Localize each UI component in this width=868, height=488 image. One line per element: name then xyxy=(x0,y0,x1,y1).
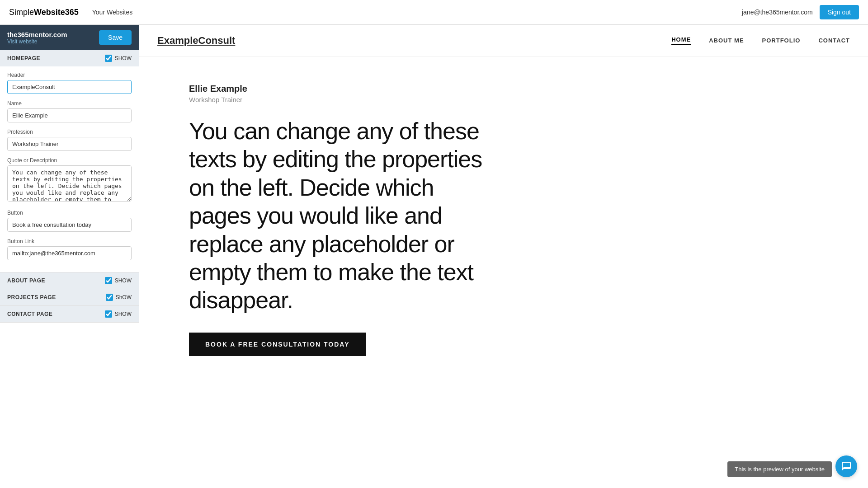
name-field-group: Name xyxy=(7,100,132,122)
preview-pane: ExampleConsult HOME ABOUT ME PORTFOLIO C… xyxy=(139,25,868,488)
projects-page-show-toggle: ShOW xyxy=(106,294,132,301)
contact-page-section-header: CONTACT PAGE SHOW xyxy=(0,306,139,322)
nav-link-about-me[interactable]: ABOUT ME xyxy=(709,37,744,44)
profession-field-group: Profession xyxy=(7,129,132,151)
profession-label: Profession xyxy=(7,129,132,135)
about-page-section: ABOUT PAGE SHOW xyxy=(0,272,139,289)
top-bar: SimpleWebsite365 Your Websites jane@the3… xyxy=(0,0,868,25)
nav-link-home[interactable]: HOME xyxy=(671,36,691,45)
button-link-field-group: Button Link xyxy=(7,238,132,260)
preview-person-name: Ellie Example xyxy=(189,84,501,94)
header-field-group: Header xyxy=(7,72,132,94)
logo-simple: Simple xyxy=(9,8,34,17)
visit-website-link[interactable]: Visit website xyxy=(7,38,67,45)
projects-page-section: PROJECTS PAGE ShOW xyxy=(0,289,139,306)
quote-label: Quote or Description xyxy=(7,157,132,164)
contact-page-show-label: SHOW xyxy=(115,311,132,317)
projects-page-show-checkbox[interactable] xyxy=(106,294,113,301)
main-layout: the365mentor.com Visit website Save HOME… xyxy=(0,25,868,488)
contact-page-show-toggle: SHOW xyxy=(105,310,132,318)
sidebar-site-name: the365mentor.com xyxy=(7,31,67,38)
homepage-show-toggle: SHOW xyxy=(105,55,132,62)
contact-page-section: CONTACT PAGE SHOW xyxy=(0,306,139,323)
sidebar: the365mentor.com Visit website Save HOME… xyxy=(0,25,139,488)
header-label: Header xyxy=(7,72,132,78)
chat-bubble[interactable] xyxy=(835,455,857,477)
button-input[interactable] xyxy=(7,218,132,232)
logo: SimpleWebsite365 xyxy=(9,8,79,17)
name-input[interactable] xyxy=(7,108,132,122)
homepage-show-label: SHOW xyxy=(115,55,132,61)
preview-profession: Workshop Trainer xyxy=(189,96,501,103)
about-page-section-header: ABOUT PAGE SHOW xyxy=(0,272,139,289)
nav-link-portfolio[interactable]: PORTFOLIO xyxy=(762,37,801,44)
about-page-show-label: SHOW xyxy=(115,277,132,284)
sign-out-button[interactable]: Sign out xyxy=(820,5,859,19)
button-link-label: Button Link xyxy=(7,238,132,244)
preview-nav-links: HOME ABOUT ME PORTFOLIO CONTACT xyxy=(671,36,850,45)
save-button[interactable]: Save xyxy=(99,30,132,45)
user-email: jane@the365mentor.com xyxy=(742,9,813,16)
nav-link-contact[interactable]: CONTACT xyxy=(818,37,850,44)
projects-page-title: PROJECTS PAGE xyxy=(7,294,56,300)
homepage-section-header: HOMEPAGE SHOW xyxy=(0,50,139,66)
projects-page-section-header: PROJECTS PAGE ShOW xyxy=(0,289,139,305)
button-label: Button xyxy=(7,210,132,216)
sidebar-form: Header Name Profession Quote or Descript… xyxy=(0,66,139,272)
contact-page-show-checkbox[interactable] xyxy=(105,310,112,318)
about-page-show-toggle: SHOW xyxy=(105,277,132,284)
quote-textarea[interactable]: You can change any of these texts by edi… xyxy=(7,165,132,202)
button-field-group: Button xyxy=(7,210,132,232)
top-bar-right: jane@the365mentor.com Sign out xyxy=(742,5,859,19)
header-input[interactable] xyxy=(7,80,132,94)
quote-field-group: Quote or Description You can change any … xyxy=(7,157,132,203)
preview-nav: ExampleConsult HOME ABOUT ME PORTFOLIO C… xyxy=(139,25,868,56)
preview-tooltip: This is the preview of your website xyxy=(727,461,832,477)
homepage-section-title: HOMEPAGE xyxy=(7,55,40,61)
preview-content: Ellie Example Workshop Trainer You can c… xyxy=(139,56,546,383)
about-page-title: ABOUT PAGE xyxy=(7,277,45,284)
name-label: Name xyxy=(7,100,132,107)
preview-site-title: ExampleConsult xyxy=(157,35,235,47)
sidebar-header-info: the365mentor.com Visit website xyxy=(7,31,67,45)
button-link-input[interactable] xyxy=(7,246,132,260)
your-websites-link[interactable]: Your Websites xyxy=(92,9,133,16)
preview-quote: You can change any of these texts by edi… xyxy=(189,117,501,314)
chat-icon xyxy=(841,461,852,472)
logo-website: Website365 xyxy=(34,8,79,17)
homepage-section: HOMEPAGE SHOW Header Name Profession xyxy=(0,50,139,272)
homepage-show-checkbox[interactable] xyxy=(105,55,112,62)
profession-input[interactable] xyxy=(7,137,132,151)
preview-cta-button[interactable]: BOOK A FREE CONSULTATION TODAY xyxy=(189,333,366,356)
projects-page-show-label: ShOW xyxy=(116,294,132,300)
top-bar-left: SimpleWebsite365 Your Websites xyxy=(9,8,132,17)
about-page-show-checkbox[interactable] xyxy=(105,277,112,284)
contact-page-title: CONTACT PAGE xyxy=(7,311,52,317)
sidebar-header: the365mentor.com Visit website Save xyxy=(0,25,139,50)
